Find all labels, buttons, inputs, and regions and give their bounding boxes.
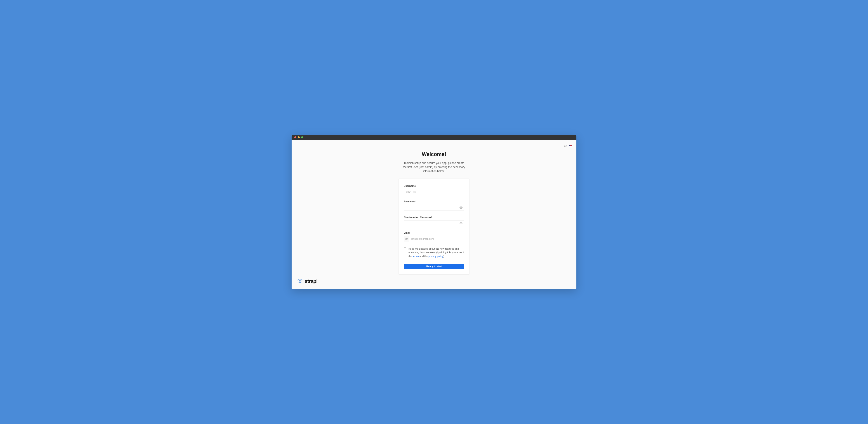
strapi-icon <box>297 278 303 285</box>
email-group: Email @ <box>404 231 464 242</box>
window-maximize-button[interactable] <box>301 137 303 139</box>
window-close-button[interactable] <box>294 137 296 139</box>
eye-icon[interactable] <box>460 222 463 225</box>
window-title-bar <box>291 135 577 140</box>
newsletter-checkbox[interactable] <box>404 247 406 250</box>
svg-point-2 <box>300 280 301 281</box>
registration-form: Username Password Confirma <box>399 179 469 275</box>
eye-icon[interactable] <box>460 206 463 209</box>
confirm-password-group: Confirmation Password <box>404 216 464 226</box>
page-header: Welcome! To finish setup and secure your… <box>291 151 577 173</box>
password-label: Password <box>404 200 464 203</box>
brand-name: strapi <box>305 278 318 284</box>
at-icon: @ <box>404 236 409 242</box>
newsletter-label: Keep me updated about the new features a… <box>408 247 464 258</box>
window-minimize-button[interactable] <box>298 137 300 139</box>
username-group: Username <box>404 184 464 195</box>
submit-button[interactable]: Ready to start <box>404 264 464 269</box>
language-selector[interactable]: EN <box>564 145 572 147</box>
browser-window: EN Welcome! To finish setup and secure y… <box>291 135 577 289</box>
svg-point-0 <box>461 207 461 208</box>
confirm-password-input[interactable] <box>404 220 464 226</box>
newsletter-group: Keep me updated about the new features a… <box>404 247 464 258</box>
content-area: EN Welcome! To finish setup and secure y… <box>291 140 577 289</box>
password-group: Password <box>404 200 464 211</box>
privacy-policy-link[interactable]: privacy policy <box>429 255 443 258</box>
terms-link[interactable]: terms <box>412 255 419 258</box>
brand-logo: strapi <box>297 278 318 285</box>
username-input[interactable] <box>404 189 464 195</box>
email-input[interactable] <box>409 236 464 242</box>
username-label: Username <box>404 184 464 187</box>
page-subtitle: To finish setup and secure your app, ple… <box>402 161 466 173</box>
password-input[interactable] <box>404 205 464 211</box>
page-title: Welcome! <box>291 151 577 157</box>
language-code: EN <box>564 145 567 147</box>
svg-point-1 <box>461 223 461 223</box>
email-label: Email <box>404 231 464 234</box>
flag-icon <box>569 145 572 147</box>
confirm-password-label: Confirmation Password <box>404 216 464 218</box>
